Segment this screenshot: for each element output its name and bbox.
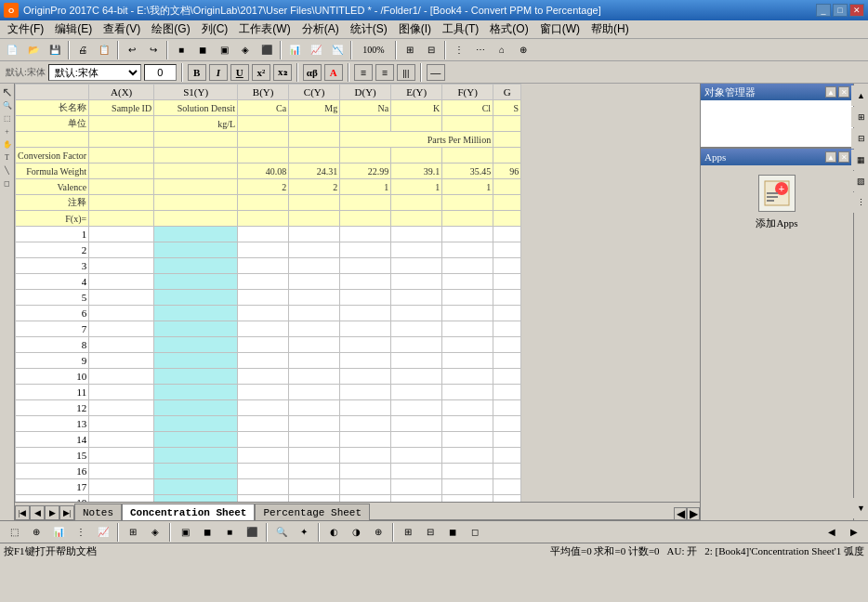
bt-19[interactable]: ◼: [442, 522, 463, 543]
cell-A2[interactable]: [89, 242, 154, 258]
tb-save[interactable]: 💾: [45, 40, 65, 60]
meta-E-comment[interactable]: [391, 195, 442, 211]
bt-right1[interactable]: ◀: [822, 522, 842, 543]
meta-E-val[interactable]: 1: [391, 179, 442, 195]
menu-statistics[interactable]: 统计(S): [345, 20, 393, 39]
meta-A-conv[interactable]: [89, 148, 154, 164]
meta-S1-conv[interactable]: [154, 148, 238, 164]
meta-S1-units[interactable]: kg/L: [154, 116, 238, 132]
tb-b2[interactable]: ◼: [192, 40, 213, 60]
bt-4[interactable]: ⋮: [71, 522, 91, 543]
right-tb1[interactable]: ▲: [851, 85, 869, 106]
meta-E-units[interactable]: [391, 116, 442, 132]
tb-new[interactable]: 📄: [2, 40, 22, 60]
tb-b7[interactable]: ⊟: [421, 40, 441, 60]
tb-b3[interactable]: ▣: [214, 40, 234, 60]
tb-b4[interactable]: ◈: [235, 40, 256, 60]
meta-F-val[interactable]: 1: [442, 179, 493, 195]
col-header-F[interactable]: F(Y): [442, 85, 493, 100]
meta-S1-comment[interactable]: [154, 195, 238, 211]
menu-file[interactable]: 文件(F): [2, 20, 49, 39]
apps-close[interactable]: ✕: [838, 151, 849, 163]
cell-G2[interactable]: [493, 242, 521, 258]
meta-C-ppm[interactable]: [289, 132, 340, 148]
cell-D1[interactable]: [340, 227, 391, 242]
bt-1[interactable]: ⬚: [4, 522, 24, 543]
all-select-button[interactable]: [16, 85, 89, 100]
bold-button[interactable]: B: [188, 64, 206, 81]
tb-b1[interactable]: ■: [171, 40, 191, 60]
meta-F-fx[interactable]: [442, 211, 493, 227]
col-header-E[interactable]: E(Y): [391, 85, 442, 100]
meta-B-val[interactable]: 2: [238, 179, 289, 195]
menu-window[interactable]: 窗口(W): [534, 20, 585, 39]
cell-C1[interactable]: [289, 227, 340, 242]
align-btn3[interactable]: |||: [397, 64, 415, 81]
tool-draw2[interactable]: ◻: [1, 177, 14, 190]
tab-percentage[interactable]: Percentage Sheet: [255, 504, 370, 520]
object-manager-close[interactable]: ✕: [838, 86, 849, 98]
menu-analysis[interactable]: 分析(A): [296, 20, 345, 39]
bt-18[interactable]: ⊟: [420, 522, 441, 543]
tb-zoom[interactable]: 100%: [355, 40, 392, 60]
meta-G-longname[interactable]: S: [493, 100, 521, 116]
meta-C-fx[interactable]: [289, 211, 340, 227]
align-btn1[interactable]: ≡: [354, 64, 373, 81]
tb-copy[interactable]: 📋: [94, 40, 114, 60]
menu-worksheet[interactable]: 工作表(W): [233, 20, 296, 39]
meta-E-fx[interactable]: [391, 211, 442, 227]
bt-10[interactable]: ■: [219, 522, 240, 543]
cell-E1[interactable]: [391, 227, 442, 242]
tool-text[interactable]: T: [1, 150, 14, 164]
col-header-D[interactable]: D(Y): [340, 85, 391, 100]
tb-b10[interactable]: ⌂: [492, 40, 512, 60]
meta-ppm-label[interactable]: Parts Per Million: [340, 132, 493, 148]
meta-F-longname[interactable]: Cl: [442, 100, 493, 116]
cell-F1[interactable]: [442, 227, 493, 242]
bt-3[interactable]: 📊: [48, 522, 69, 543]
meta-C-val[interactable]: 2: [289, 179, 340, 195]
menu-column[interactable]: 列(C): [196, 20, 234, 39]
tb-b6[interactable]: ⊞: [400, 40, 420, 60]
meta-D-conv[interactable]: [340, 148, 391, 164]
meta-E-fw[interactable]: 39.1: [391, 164, 442, 179]
menu-help[interactable]: 帮助(H): [585, 20, 635, 39]
bt-15[interactable]: ◑: [346, 522, 366, 543]
cell-S1-2[interactable]: [154, 242, 238, 258]
subscript-button[interactable]: x₂: [273, 64, 292, 81]
meta-C-conv[interactable]: [289, 148, 340, 164]
meta-D-longname[interactable]: Na: [340, 100, 391, 116]
meta-D-fx[interactable]: [340, 211, 391, 227]
menu-image[interactable]: 图像(I): [393, 20, 437, 39]
tb-print[interactable]: 🖨: [72, 40, 93, 60]
tb-graph2[interactable]: 📈: [306, 40, 326, 60]
tb-b8[interactable]: ⋮: [449, 40, 469, 60]
meta-F-units[interactable]: [442, 116, 493, 132]
bt-13[interactable]: ✦: [294, 522, 314, 543]
tool-pan[interactable]: ✋: [1, 137, 14, 150]
meta-G-fw[interactable]: 96: [493, 164, 521, 179]
meta-F-fw[interactable]: 35.45: [442, 164, 493, 179]
cell-B2[interactable]: [238, 242, 289, 258]
meta-S1-fx[interactable]: [154, 211, 238, 227]
right-tb6[interactable]: ⋮: [851, 192, 869, 213]
superscript-button[interactable]: x²: [252, 64, 270, 81]
tool-zoom-in[interactable]: 🔍: [1, 98, 14, 111]
meta-F-comment[interactable]: [442, 195, 493, 211]
col-header-G[interactable]: G: [493, 85, 521, 100]
meta-A-ppm[interactable]: [89, 132, 154, 148]
col-header-C[interactable]: C(Y): [289, 85, 340, 100]
cell-D2[interactable]: [340, 242, 391, 258]
meta-B-units[interactable]: [238, 116, 289, 132]
tab-concentration[interactable]: Concentration Sheet: [122, 504, 255, 520]
tb-b9[interactable]: ⋯: [470, 40, 491, 60]
tool-arrow[interactable]: ↖: [1, 85, 14, 98]
bt-17[interactable]: ⊞: [398, 522, 418, 543]
right-tb2[interactable]: ⊞: [851, 107, 869, 127]
bt-6[interactable]: ⊞: [123, 522, 143, 543]
align-btn2[interactable]: ≡: [375, 64, 394, 81]
cell-A1[interactable]: [89, 227, 154, 242]
bt-16[interactable]: ⊕: [368, 522, 388, 543]
meta-A-comment[interactable]: [89, 195, 154, 211]
cell-E2[interactable]: [391, 242, 442, 258]
